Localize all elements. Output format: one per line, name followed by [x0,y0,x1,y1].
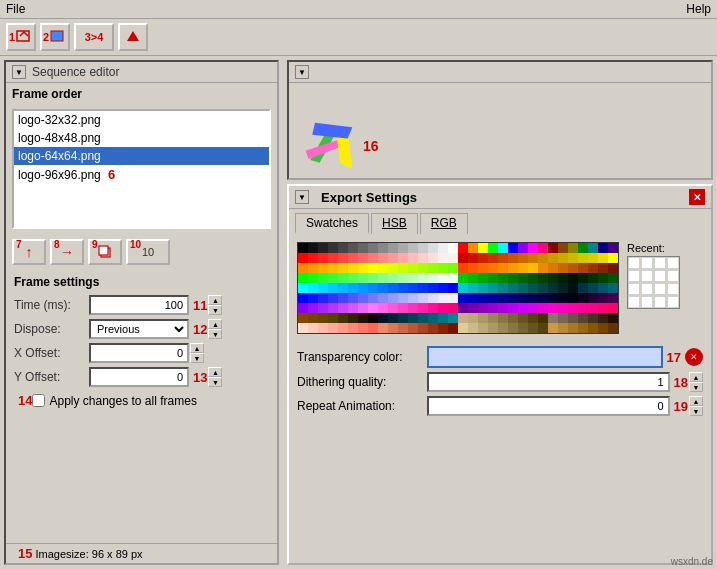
xoffset-up[interactable]: ▲ [190,343,204,353]
color-swatch[interactable] [348,303,358,313]
color-swatch[interactable] [458,273,468,283]
color-swatch[interactable] [438,243,448,253]
color-swatch[interactable] [588,283,598,293]
dithering-input[interactable] [427,372,670,392]
dispose-down[interactable]: ▼ [208,329,222,339]
move-right-button[interactable]: 8 → [50,239,84,265]
color-swatch[interactable] [558,293,568,303]
color-swatch[interactable] [378,313,388,323]
tab-hsb[interactable]: HSB [371,213,418,234]
color-swatch[interactable] [308,323,318,333]
color-swatch[interactable] [388,283,398,293]
color-swatch[interactable] [588,313,598,323]
color-swatch[interactable] [308,293,318,303]
color-swatch[interactable] [548,323,558,333]
color-swatch[interactable] [328,273,338,283]
color-swatch[interactable] [598,283,608,293]
color-swatch[interactable] [328,293,338,303]
color-swatch[interactable] [608,253,618,263]
color-swatch[interactable] [568,323,578,333]
color-swatch[interactable] [578,283,588,293]
color-swatch[interactable] [468,283,478,293]
color-swatch[interactable] [338,263,348,273]
color-swatch[interactable] [408,323,418,333]
color-swatch[interactable] [398,273,408,283]
move-up-button[interactable]: 7 ↑ [12,239,46,265]
color-swatch[interactable] [588,243,598,253]
color-swatch[interactable] [298,243,308,253]
color-swatch[interactable] [308,303,318,313]
color-swatch[interactable] [518,283,528,293]
color-swatch[interactable] [568,303,578,313]
color-swatch[interactable] [328,263,338,273]
color-swatch[interactable] [538,313,548,323]
color-swatch[interactable] [458,263,468,273]
color-swatch[interactable] [478,303,488,313]
recent-color-swatch[interactable] [641,296,653,308]
color-swatch[interactable] [498,323,508,333]
color-swatch[interactable] [378,323,388,333]
color-swatch[interactable] [378,283,388,293]
color-swatch[interactable] [478,293,488,303]
color-swatch[interactable] [428,263,438,273]
color-swatch[interactable] [318,313,328,323]
toolbar-btn-5[interactable] [118,23,148,51]
color-swatch[interactable] [538,303,548,313]
color-swatch[interactable] [338,323,348,333]
color-swatch[interactable] [468,293,478,303]
color-swatch[interactable] [418,243,428,253]
color-swatch[interactable] [598,253,608,263]
recent-color-swatch[interactable] [628,270,640,282]
color-swatch[interactable] [508,313,518,323]
color-swatch[interactable] [398,303,408,313]
recent-color-swatch[interactable] [628,296,640,308]
color-swatch[interactable] [438,283,448,293]
color-swatch[interactable] [298,263,308,273]
color-swatch[interactable] [538,323,548,333]
color-swatch[interactable] [478,283,488,293]
color-swatch[interactable] [388,253,398,263]
color-swatch[interactable] [548,273,558,283]
color-swatch[interactable] [438,273,448,283]
recent-color-swatch[interactable] [628,283,640,295]
color-swatch[interactable] [528,273,538,283]
color-swatch[interactable] [318,293,328,303]
color-swatch[interactable] [368,243,378,253]
list-item[interactable]: logo-96x96.png 6 [14,165,269,184]
color-swatch[interactable] [368,323,378,333]
color-swatch[interactable] [598,273,608,283]
color-swatch[interactable] [418,313,428,323]
color-swatch[interactable] [368,303,378,313]
color-swatch[interactable] [578,243,588,253]
color-swatch[interactable] [448,293,458,303]
color-swatch[interactable] [348,243,358,253]
color-swatch[interactable] [498,243,508,253]
color-swatch[interactable] [448,273,458,283]
color-swatch[interactable] [298,323,308,333]
color-swatch[interactable] [348,253,358,263]
color-swatch[interactable] [398,243,408,253]
color-swatch[interactable] [508,263,518,273]
color-swatch[interactable] [308,263,318,273]
color-swatch[interactable] [408,293,418,303]
color-swatch[interactable] [458,253,468,263]
color-swatch[interactable] [518,253,528,263]
color-swatch[interactable] [598,243,608,253]
color-swatch[interactable] [588,323,598,333]
color-swatch[interactable] [488,303,498,313]
color-swatch[interactable] [378,263,388,273]
color-swatch[interactable] [308,253,318,263]
color-swatch[interactable] [358,273,368,283]
color-swatch[interactable] [368,313,378,323]
color-swatch[interactable] [368,293,378,303]
file-list[interactable]: logo-32x32.png logo-48x48.png logo-64x64… [12,109,271,229]
color-swatch[interactable] [508,293,518,303]
color-swatch[interactable] [518,323,528,333]
color-swatch[interactable] [448,243,458,253]
color-swatch[interactable] [318,243,328,253]
color-swatch[interactable] [338,293,348,303]
color-swatch[interactable] [388,303,398,313]
color-swatch[interactable] [328,283,338,293]
color-swatch[interactable] [558,263,568,273]
color-swatch[interactable] [548,253,558,263]
